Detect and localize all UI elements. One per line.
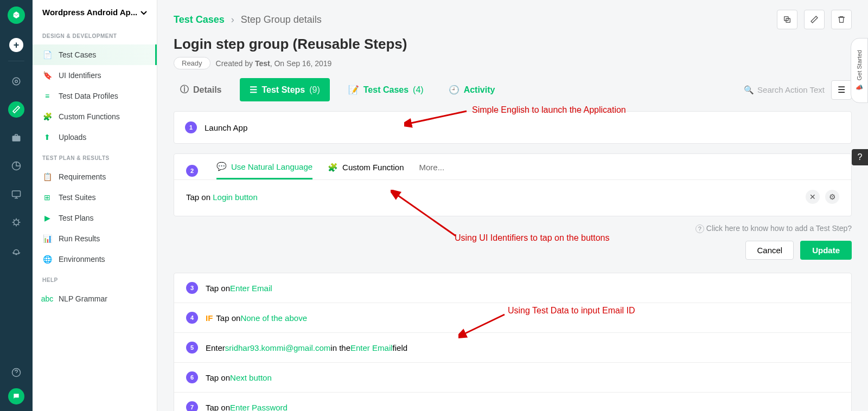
nav-environments[interactable]: 🌐Environments — [33, 249, 157, 269]
step-row[interactable]: 5Enter sridhar93.kommi@gmail.com in the … — [174, 333, 851, 363]
update-button[interactable]: Update — [800, 241, 852, 260]
edit-button[interactable] — [804, 10, 825, 29]
chevron-right-icon: › — [231, 14, 234, 25]
test-suites-icon: ⊞ — [42, 192, 52, 202]
bug-icon[interactable] — [8, 214, 24, 230]
data-profiles-icon: ≡ — [42, 91, 52, 101]
test-cases-icon: 📄 — [42, 50, 52, 60]
section-design: DESIGN & DEVELOPMENT — [33, 25, 157, 44]
ui-identifiers-icon: 🔖 — [42, 70, 52, 80]
status-chip: Ready — [174, 57, 210, 69]
edit-icon[interactable] — [8, 101, 24, 118]
step-text: Launch App — [205, 123, 247, 132]
editor-tab-more[interactable]: More... — [419, 163, 445, 178]
bell-icon[interactable] — [8, 242, 24, 259]
help-icon[interactable] — [8, 364, 24, 381]
briefcase-icon[interactable] — [8, 130, 24, 146]
search-icon: 🔍 — [744, 85, 754, 95]
environments-icon: 🌐 — [42, 254, 52, 264]
close-icon[interactable]: ✕ — [806, 190, 820, 204]
project-selector[interactable]: Wordpress Android Ap... — [33, 8, 157, 25]
reports-icon[interactable] — [8, 158, 24, 174]
uploads-icon: ⬆ — [42, 132, 52, 142]
chat-icon[interactable] — [8, 388, 24, 404]
rail-divider — [8, 61, 24, 61]
tab-details[interactable]: ⓘDetails — [174, 79, 228, 101]
nav-custom-functions[interactable]: 🧩Custom Functions — [33, 106, 157, 127]
editor-tab-natural[interactable]: 💬Use Natural Language — [216, 162, 312, 179]
nav-nlp-grammar[interactable]: abcNLP Grammar — [33, 288, 157, 309]
nav-test-suites[interactable]: ⊞Test Suites — [33, 187, 157, 208]
nav-test-cases[interactable]: 📄Test Cases — [33, 44, 157, 65]
gear-icon[interactable]: ⚙ — [825, 190, 839, 204]
svg-rect-2 — [12, 191, 21, 197]
clock-icon: 🕘 — [449, 85, 459, 95]
created-by: Created by Test, On Sep 16, 2019 — [216, 59, 332, 68]
step-number: 2 — [186, 165, 198, 177]
delete-button[interactable] — [831, 10, 852, 29]
add-button[interactable]: + — [9, 38, 23, 52]
requirements-icon: 📋 — [42, 172, 52, 182]
step-1-card[interactable]: 1Launch App — [174, 111, 852, 144]
tab-test-cases[interactable]: 📝Test Cases (4) — [342, 79, 430, 100]
tab-test-steps[interactable]: ☰Test Steps (9) — [240, 78, 329, 101]
megaphone-icon: 📣 — [856, 84, 863, 91]
monitor-icon[interactable] — [8, 186, 24, 202]
nav-requirements[interactable]: 📋Requirements — [33, 166, 157, 187]
test-plans-icon: ▶ — [42, 213, 52, 223]
svg-point-0 — [12, 78, 20, 85]
step-row[interactable]: 7Tap on Enter Password — [174, 393, 851, 411]
steps-list: 3Tap on Enter Email 4IF Tap on None of t… — [174, 273, 852, 411]
info-icon: ⓘ — [180, 84, 189, 95]
help-hint[interactable]: ? Click here to know how to add a Test S… — [157, 222, 868, 241]
nav-test-plans[interactable]: ▶Test Plans — [33, 208, 157, 228]
sidebar: Wordpress Android Ap... DESIGN & DEVELOP… — [33, 0, 157, 411]
nav-run-results[interactable]: 📊Run Results — [33, 228, 157, 249]
step-row[interactable]: 3Tap on Enter Email — [174, 273, 851, 303]
run-results-icon: 📊 — [42, 234, 52, 243]
check-doc-icon: 📝 — [348, 85, 359, 95]
step-row[interactable]: 4IF Tap on None of the above — [174, 303, 851, 333]
icon-rail: + — [0, 0, 33, 411]
breadcrumb-current: Step Group details — [241, 14, 322, 25]
question-icon: ? — [695, 224, 704, 233]
breadcrumb-root[interactable]: Test Cases — [174, 14, 225, 25]
section-plan: TEST PLAN & RESULTS — [33, 147, 157, 166]
hamburger-button[interactable]: ☰ — [831, 80, 852, 100]
get-started-panel[interactable]: Get Started 📣 — [851, 38, 868, 103]
project-name: Wordpress Android Ap... — [42, 8, 137, 17]
section-help: HELP — [33, 269, 157, 288]
app-logo — [8, 7, 25, 24]
copy-button[interactable] — [777, 10, 797, 29]
puzzle-icon: 🧩 — [328, 163, 338, 172]
step-action-text[interactable]: Tap on Login button — [186, 192, 258, 202]
step-row[interactable]: 6Tap on Next button — [174, 363, 851, 393]
nav-ui-identifiers[interactable]: 🔖UI Identifiers — [33, 65, 157, 86]
tab-activity[interactable]: 🕘Activity — [442, 79, 502, 100]
svg-point-1 — [15, 80, 18, 83]
cancel-button[interactable]: Cancel — [745, 241, 794, 260]
breadcrumb: Test Cases › Step Group details — [174, 14, 322, 25]
search-input[interactable]: 🔍Search Action Text — [744, 85, 825, 95]
main-content: Test Cases › Step Group details Login st… — [157, 0, 868, 411]
dashboard-icon[interactable] — [8, 73, 24, 89]
list-icon: ☰ — [250, 85, 257, 95]
page-title: Login step group (Reusable Steps) — [174, 36, 852, 53]
message-icon: 💬 — [216, 162, 227, 171]
step-number: 1 — [185, 121, 197, 133]
nav-uploads[interactable]: ⬆Uploads — [33, 127, 157, 147]
dropdown-caret-icon — [139, 8, 147, 17]
editor-tab-custom[interactable]: 🧩Custom Function — [328, 163, 404, 179]
nlp-grammar-icon: abc — [42, 294, 52, 304]
help-float-button[interactable]: ? — [852, 149, 868, 165]
step-2-editor: 2 💬Use Natural Language 🧩Custom Function… — [174, 153, 852, 216]
nav-test-data-profiles[interactable]: ≡Test Data Profiles — [33, 86, 157, 106]
custom-functions-icon: 🧩 — [42, 112, 52, 121]
